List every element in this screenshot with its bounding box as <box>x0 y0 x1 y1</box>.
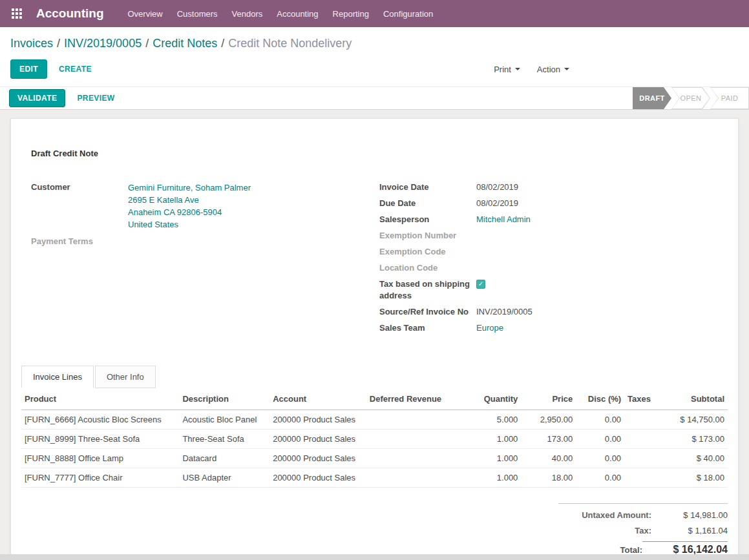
due-date-value: 08/02/2019 <box>476 198 518 209</box>
cell-disc: 0.00 <box>576 468 624 488</box>
cell-description: Acoustic Bloc Panel <box>179 410 269 430</box>
print-dropdown-button[interactable]: Print <box>494 65 520 74</box>
action-label: Action <box>537 65 560 74</box>
tax-value: $ 1,161.04 <box>651 526 728 535</box>
nav-item-overview[interactable]: Overview <box>121 0 170 27</box>
caret-down-icon <box>564 68 569 70</box>
col-header-account: Account <box>269 388 366 410</box>
invoice-date-value: 08/02/2019 <box>476 181 518 193</box>
tax-label: Tax: <box>635 526 651 535</box>
cell-subtotal: $ 40.00 <box>660 449 728 468</box>
salesperson-link[interactable]: Mitchell Admin <box>476 214 531 224</box>
tax-shipping-checkbox[interactable]: ✓ <box>476 280 485 289</box>
nav-item-configuration[interactable]: Configuration <box>376 0 440 27</box>
invoice-line-row[interactable]: [FURN_7777] Office Chair USB Adapter 200… <box>21 468 728 488</box>
cell-description: Datacard <box>179 449 269 468</box>
breadcrumb-link-invoices[interactable]: Invoices <box>10 37 53 50</box>
exemption-number-label: Exemption Number <box>379 230 476 242</box>
cell-description: USB Adapter <box>179 468 269 488</box>
status-step-label: OPEN <box>680 94 702 102</box>
cell-subtotal: $ 18.00 <box>660 468 728 488</box>
col-header-description: Description <box>179 388 269 410</box>
invoice-line-row[interactable]: [FURN_8999] Three-Seat Sofa Three-Seat S… <box>21 430 728 449</box>
cell-taxes <box>624 468 660 488</box>
cell-disc: 0.00 <box>576 410 624 430</box>
sales-team-label: Sales Team <box>379 322 476 334</box>
nav-item-reporting[interactable]: Reporting <box>326 0 376 27</box>
status-step-draft[interactable]: DRAFT <box>633 87 671 109</box>
cell-quantity: 1.000 <box>466 430 521 449</box>
total-label: Total: <box>620 545 642 555</box>
control-panel: Invoices/INV/2019/0005/Credit Notes/Cred… <box>0 27 749 87</box>
status-pipeline: DRAFT OPEN PAID <box>633 87 749 109</box>
cell-price: 40.00 <box>521 449 576 468</box>
edit-button[interactable]: EDIT <box>10 59 47 79</box>
bottom-scrollbar[interactable] <box>0 554 749 560</box>
breadcrumb-separator: / <box>145 37 149 50</box>
nav-item-accounting[interactable]: Accounting <box>269 0 325 27</box>
status-step-paid[interactable]: PAID <box>710 87 749 109</box>
nav-item-customers[interactable]: Customers <box>170 0 225 27</box>
notebook-tabs: Invoice Lines Other Info <box>21 366 728 388</box>
cell-product: [FURN_8999] Three-Seat Sofa <box>21 430 179 449</box>
breadcrumb-link-credit-notes[interactable]: Credit Notes <box>153 37 217 50</box>
cell-account: 200000 Product Sales <box>269 449 366 468</box>
customer-country-link[interactable]: United States <box>128 220 178 229</box>
col-header-quantity: Quantity <box>466 388 521 410</box>
status-step-open[interactable]: OPEN <box>671 87 710 109</box>
nav-item-vendors[interactable]: Vendors <box>225 0 270 27</box>
col-header-subtotal: Subtotal <box>660 388 728 410</box>
cell-account: 200000 Product Sales <box>269 430 366 449</box>
print-label: Print <box>494 65 511 74</box>
customer-address: Gemini Furniture, Soham Palmer 2695 E Ka… <box>128 181 251 231</box>
col-header-deferred-revenue: Deferred Revenue <box>366 388 467 410</box>
customer-city-link[interactable]: Anaheim CA 92806-5904 <box>128 207 222 217</box>
statusbar: VALIDATE PREVIEW DRAFT OPEN PAID <box>0 87 749 110</box>
action-dropdown-button[interactable]: Action <box>537 65 569 74</box>
customer-name-link[interactable]: Gemini Furniture, Soham Palmer <box>128 183 251 192</box>
right-field-column: Invoice Date 08/02/2019 Due Date 08/02/2… <box>379 181 728 338</box>
invoice-line-row[interactable]: [FURN_8888] Office Lamp Datacard 200000 … <box>21 449 728 468</box>
cell-deferred <box>366 468 467 488</box>
apps-menu-icon[interactable] <box>12 8 22 19</box>
breadcrumb: Invoices/INV/2019/0005/Credit Notes/Cred… <box>10 36 739 51</box>
tab-invoice-lines[interactable]: Invoice Lines <box>21 366 94 388</box>
app-title[interactable]: Accounting <box>36 6 104 21</box>
preview-button[interactable]: PREVIEW <box>69 88 122 108</box>
exemption-code-label: Exemption Code <box>379 246 476 258</box>
cell-price: 2,950.00 <box>521 410 576 430</box>
left-field-column: Customer Gemini Furniture, Soham Palmer … <box>31 181 379 338</box>
document-title: Draft Credit Note <box>31 149 728 158</box>
create-button[interactable]: CREATE <box>51 59 100 79</box>
customer-label: Customer <box>31 181 128 193</box>
validate-button[interactable]: VALIDATE <box>9 89 65 107</box>
cell-product: [FURN_7777] Office Chair <box>21 468 179 488</box>
source-ref-value: INV/2019/0005 <box>476 306 533 318</box>
cell-account: 200000 Product Sales <box>269 410 366 430</box>
cell-price: 18.00 <box>521 468 576 488</box>
cell-quantity: 5.000 <box>466 410 521 430</box>
cell-quantity: 1.000 <box>466 468 521 488</box>
invoice-lines-table: Product Description Account Deferred Rev… <box>21 388 728 488</box>
cell-deferred <box>366 449 467 468</box>
cell-disc: 0.00 <box>576 449 624 468</box>
customer-street-link[interactable]: 2695 E Katella Ave <box>128 195 199 205</box>
breadcrumb-link-invoice-number[interactable]: INV/2019/0005 <box>64 37 142 50</box>
cell-product: [FURN_8888] Office Lamp <box>21 449 179 468</box>
untaxed-amount-label: Untaxed Amount: <box>582 510 651 520</box>
col-header-disc: Disc (%) <box>576 388 624 410</box>
invoice-line-row[interactable]: [FURN_6666] Acoustic Bloc Screens Acoust… <box>21 410 728 430</box>
cell-subtotal: $ 173.00 <box>660 430 728 449</box>
sales-team-link[interactable]: Europe <box>476 323 503 333</box>
caret-down-icon <box>515 68 520 70</box>
col-header-taxes: Taxes <box>624 388 660 410</box>
breadcrumb-current: Credit Note Nondelivery <box>228 37 352 50</box>
check-icon: ✓ <box>478 280 483 287</box>
cell-taxes <box>624 430 660 449</box>
cell-taxes <box>624 449 660 468</box>
location-code-label: Location Code <box>379 262 476 274</box>
tab-other-info[interactable]: Other Info <box>95 366 156 388</box>
cell-account: 200000 Product Sales <box>269 468 366 488</box>
invoice-date-label: Invoice Date <box>379 181 476 193</box>
cell-subtotal: $ 14,750.00 <box>660 410 728 430</box>
